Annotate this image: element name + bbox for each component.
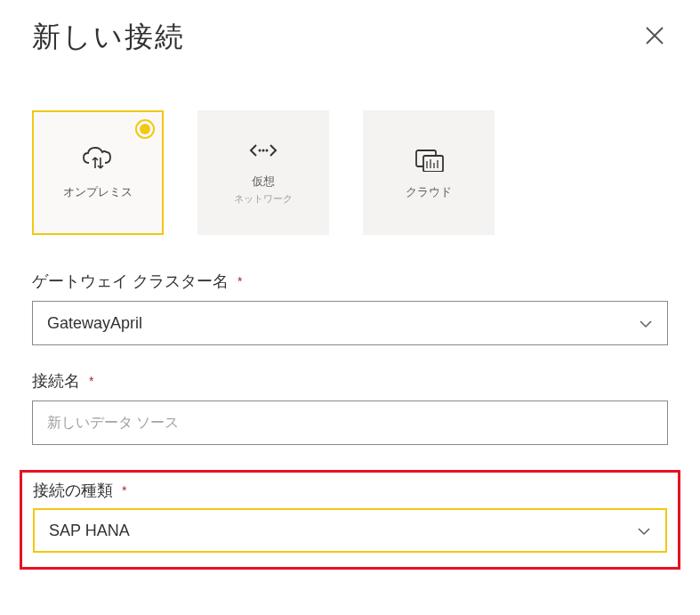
connection-type-value: SAP HANA	[49, 522, 130, 540]
connection-name-label: 接続名	[32, 370, 80, 392]
tile-sublabel: ネットワーク	[234, 192, 293, 206]
tile-on-premises[interactable]: オンプレミス	[32, 110, 164, 235]
required-indicator: *	[237, 274, 242, 288]
radio-selected-icon	[135, 119, 155, 139]
cloud-database-icon	[411, 145, 447, 175]
close-icon	[645, 26, 664, 45]
tile-label: オンプレミス	[63, 184, 133, 200]
gateway-label: ゲートウェイ クラスター名	[32, 271, 229, 292]
connection-type-label: 接続の種類	[33, 480, 113, 501]
gateway-select[interactable]: GatewayApril	[32, 301, 668, 345]
tile-label: 仮想	[234, 174, 293, 190]
close-button[interactable]	[641, 21, 668, 53]
highlighted-section: 接続の種類 * SAP HANA	[20, 470, 680, 570]
svg-point-4	[266, 150, 269, 152]
gateway-select-value: GatewayApril	[47, 314, 142, 333]
tile-cloud[interactable]: クラウド	[363, 110, 495, 235]
field-gateway-cluster: ゲートウェイ クラスター名 * GatewayApril	[32, 271, 668, 345]
page-title: 新しい接続	[32, 18, 185, 57]
connection-name-input[interactable]	[32, 401, 668, 445]
svg-point-2	[259, 150, 261, 152]
required-indicator: *	[122, 483, 126, 498]
svg-rect-6	[423, 156, 443, 172]
required-indicator: *	[89, 374, 93, 388]
chevron-down-icon	[639, 314, 653, 333]
connection-type-tiles: オンプレミス 仮想 ネットワーク	[32, 110, 668, 235]
field-connection-name: 接続名 *	[32, 370, 668, 445]
svg-point-3	[262, 150, 265, 152]
network-icon	[245, 140, 281, 165]
tile-virtual-network[interactable]: 仮想 ネットワーク	[197, 110, 329, 235]
connection-type-select[interactable]: SAP HANA	[33, 508, 667, 553]
chevron-down-icon	[637, 522, 651, 540]
cloud-sync-icon	[80, 145, 116, 175]
tile-label: クラウド	[406, 184, 452, 200]
